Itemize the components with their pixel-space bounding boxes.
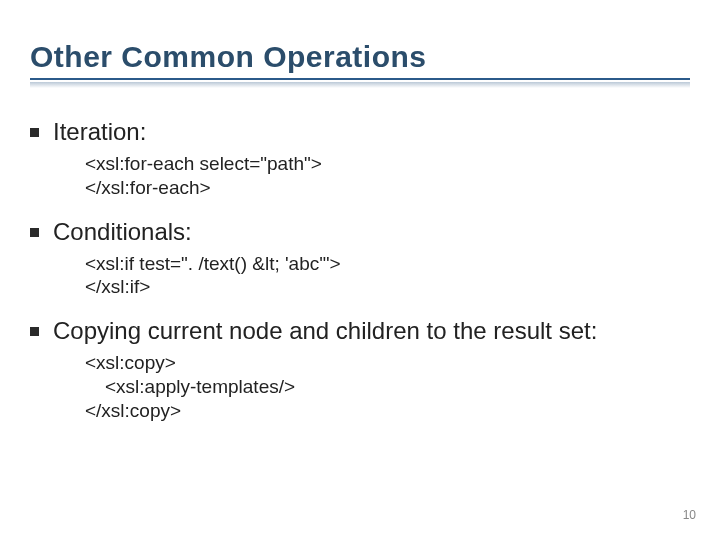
- square-bullet-icon: [30, 228, 39, 237]
- section-iteration: Iteration: <xsl:for-each select="path"> …: [30, 118, 690, 200]
- section-heading: Iteration:: [53, 118, 146, 146]
- code-block: <xsl:copy> <xsl:apply-templates/> </xsl:…: [85, 351, 690, 422]
- section-head: Iteration:: [30, 118, 690, 146]
- section-heading: Copying current node and children to the…: [53, 317, 597, 345]
- square-bullet-icon: [30, 327, 39, 336]
- section-copying: Copying current node and children to the…: [30, 317, 690, 422]
- title-subrule: [30, 82, 690, 88]
- code-line: </xsl:if>: [85, 275, 690, 299]
- square-bullet-icon: [30, 128, 39, 137]
- slide-container: Other Common Operations Iteration: <xsl:…: [0, 0, 720, 540]
- code-block: <xsl:if test=". /text() &lt; 'abc'"> </x…: [85, 252, 690, 300]
- section-conditionals: Conditionals: <xsl:if test=". /text() &l…: [30, 218, 690, 300]
- section-head: Copying current node and children to the…: [30, 317, 690, 345]
- code-line: <xsl:if test=". /text() &lt; 'abc'">: [85, 252, 690, 276]
- code-line: </xsl:copy>: [85, 399, 690, 423]
- code-line: </xsl:for-each>: [85, 176, 690, 200]
- slide-title: Other Common Operations: [30, 40, 690, 74]
- code-line: <xsl:apply-templates/>: [105, 375, 690, 399]
- section-heading: Conditionals:: [53, 218, 192, 246]
- code-block: <xsl:for-each select="path"> </xsl:for-e…: [85, 152, 690, 200]
- section-head: Conditionals:: [30, 218, 690, 246]
- code-line: <xsl:copy>: [85, 351, 690, 375]
- title-rule: [30, 78, 690, 80]
- code-line: <xsl:for-each select="path">: [85, 152, 690, 176]
- page-number: 10: [683, 508, 696, 522]
